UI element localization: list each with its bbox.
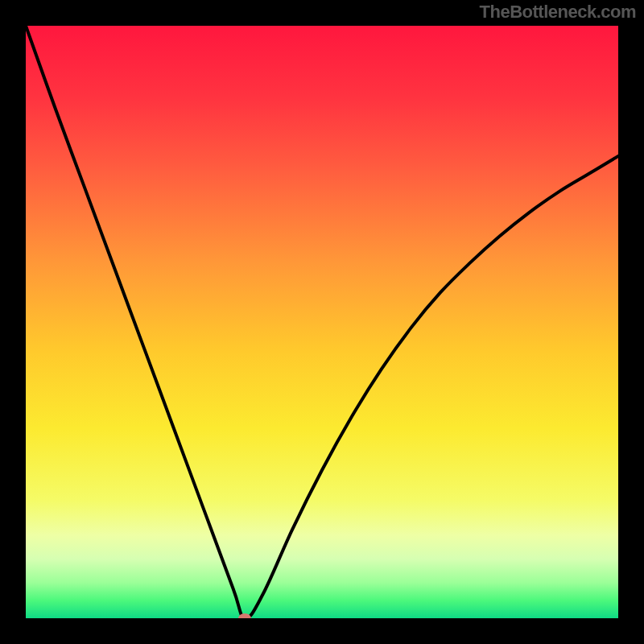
plot-area [26,26,618,618]
bottleneck-curve [26,26,618,618]
optimal-point-marker [238,613,251,618]
attribution-text: TheBottleneck.com [480,2,636,23]
chart-frame: TheBottleneck.com [0,0,644,644]
